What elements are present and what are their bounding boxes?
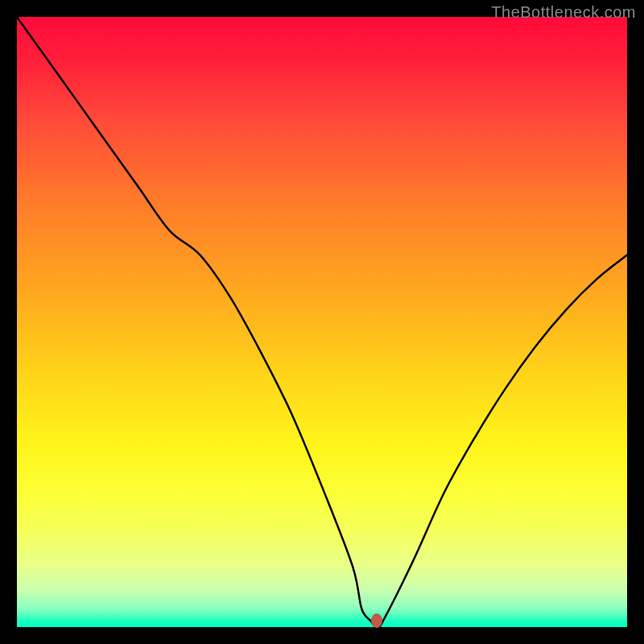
- watermark-text: TheBottleneck.com: [491, 3, 636, 22]
- marker-dot: [371, 613, 382, 628]
- chart-frame: TheBottleneck.com: [0, 0, 644, 644]
- bottleneck-curve: [17, 17, 627, 627]
- plot-area: [17, 17, 627, 627]
